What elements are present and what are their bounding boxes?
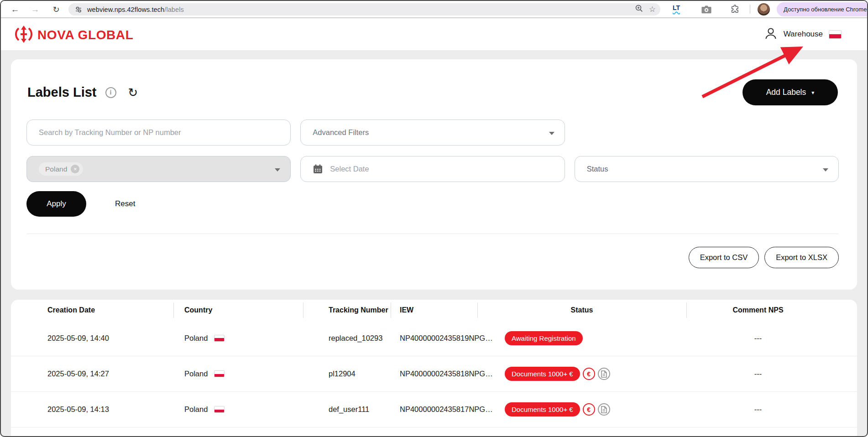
export-csv-button[interactable]: Export to CSV bbox=[689, 247, 759, 268]
cell-tracking-number: replaced_10293 bbox=[303, 334, 391, 343]
remove-chip-icon[interactable]: × bbox=[71, 165, 79, 173]
chevron-down-icon bbox=[549, 132, 554, 135]
section-divider bbox=[26, 234, 839, 234]
col-header-status: Status bbox=[477, 300, 686, 321]
profile-avatar[interactable] bbox=[758, 3, 770, 16]
customs-document-icon[interactable] bbox=[598, 368, 610, 380]
date-picker-field[interactable]: Select Date bbox=[300, 156, 565, 182]
cell-status: Awaiting Registration bbox=[477, 331, 686, 345]
status-badge: Documents 1000+ € bbox=[505, 367, 580, 381]
forward-icon[interactable]: → bbox=[28, 3, 42, 16]
advanced-filters-select[interactable]: Advanced Filters bbox=[300, 120, 565, 146]
cell-creation-date: 2025-05-09, 14:13 bbox=[37, 405, 173, 414]
poland-flag-icon bbox=[214, 335, 225, 342]
col-header-comment-nps: Comment NPS bbox=[686, 300, 830, 321]
languagetool-extension-icon[interactable]: LT bbox=[673, 4, 680, 11]
status-badge: Documents 1000+ € bbox=[505, 402, 580, 416]
extensions-puzzle-icon[interactable] bbox=[730, 5, 740, 16]
add-labels-button[interactable]: Add Labels ▾ bbox=[743, 79, 838, 105]
site-settings-icon[interactable] bbox=[74, 5, 83, 14]
country-chip: Poland × bbox=[39, 162, 83, 176]
url-text: webview.nps.42flows.tech/labels bbox=[87, 6, 184, 13]
user-icon bbox=[764, 26, 778, 42]
customs-document-icon[interactable] bbox=[598, 403, 610, 416]
screenshot-frame: ← → ↻ webview.nps.42flows.tech/labels bbox=[0, 0, 868, 437]
page-content: Labels List i ↻ Add Labels ▾ Advanced Fi… bbox=[1, 50, 867, 437]
col-header-iew: IEW bbox=[391, 300, 477, 321]
chevron-down-icon bbox=[275, 168, 280, 172]
apply-button[interactable]: Apply bbox=[26, 191, 86, 217]
chevron-down-icon: ▾ bbox=[811, 89, 814, 96]
poland-flag-icon bbox=[214, 406, 225, 413]
table-row[interactable]: 2025-05-09, 14:40 Poland replaced_10293 … bbox=[11, 321, 857, 356]
search-field[interactable] bbox=[26, 120, 291, 146]
cell-status: Documents 1000+ € € bbox=[477, 367, 686, 381]
cell-comment-nps: --- bbox=[686, 405, 830, 414]
calendar-icon bbox=[313, 164, 323, 174]
advanced-filters-label: Advanced Filters bbox=[313, 128, 369, 137]
reload-icon[interactable]: ↻ bbox=[49, 3, 63, 16]
table-row[interactable]: 2025-05-09, 14:27 Poland pl12904 NP40000… bbox=[11, 356, 857, 392]
cell-comment-nps: --- bbox=[686, 334, 830, 343]
cell-creation-date: 2025-05-09, 14:27 bbox=[37, 369, 173, 378]
toolbar-separator bbox=[750, 5, 750, 14]
browser-toolbar: ← → ↻ webview.nps.42flows.tech/labels bbox=[1, 1, 867, 18]
col-header-tracking-number: Tracking Number bbox=[303, 300, 391, 321]
cell-iew: NP40000002435818NPG… bbox=[391, 369, 477, 378]
page-title: Labels List bbox=[27, 85, 97, 100]
table-header-row: Creation Date Country Tracking Number IE… bbox=[11, 300, 857, 321]
brand-logo[interactable]: NOVA GLOBAL bbox=[15, 25, 133, 46]
country-select[interactable]: Poland × bbox=[26, 156, 291, 182]
filters-card: Labels List i ↻ Add Labels ▾ Advanced Fi… bbox=[11, 59, 857, 290]
bookmark-star-icon[interactable]: ☆ bbox=[649, 5, 656, 14]
cell-country: Poland bbox=[173, 369, 303, 378]
cell-iew: NP40000002435819NPG… bbox=[391, 334, 477, 343]
table-row[interactable]: 2025-05-09, 14:13 Poland def_user111 NP4… bbox=[11, 392, 857, 427]
info-icon[interactable]: i bbox=[105, 87, 116, 98]
status-select[interactable]: Status bbox=[575, 156, 839, 182]
chevron-down-icon bbox=[823, 168, 828, 172]
brand-name: NOVA GLOBAL bbox=[37, 28, 133, 42]
cell-country: Poland bbox=[173, 334, 303, 343]
cell-tracking-number: pl12904 bbox=[303, 369, 391, 378]
cell-comment-nps: --- bbox=[686, 369, 830, 378]
euro-indicator-icon[interactable]: € bbox=[583, 403, 595, 416]
refresh-icon[interactable]: ↻ bbox=[128, 87, 138, 99]
export-xlsx-button[interactable]: Export to XLSX bbox=[764, 247, 839, 268]
euro-indicator-icon[interactable]: € bbox=[583, 368, 595, 380]
chrome-update-label: Доступно обновление Chrome bbox=[784, 6, 867, 13]
reset-button[interactable]: Reset bbox=[115, 199, 135, 208]
labels-table: Creation Date Country Tracking Number IE… bbox=[11, 300, 857, 437]
poland-flag-icon bbox=[214, 370, 225, 377]
chrome-update-chip[interactable]: Доступно обновление Chrome ⋮ bbox=[777, 2, 867, 16]
address-bar[interactable]: webview.nps.42flows.tech/labels ☆ bbox=[68, 3, 660, 16]
col-header-creation-date: Creation Date bbox=[37, 300, 173, 321]
zoom-icon[interactable] bbox=[635, 4, 643, 15]
screenshot-extension-icon[interactable] bbox=[701, 5, 711, 16]
account-label[interactable]: Warehouse bbox=[784, 30, 823, 39]
brand-logo-icon bbox=[15, 25, 33, 46]
back-icon[interactable]: ← bbox=[8, 3, 22, 16]
account-area[interactable]: Warehouse bbox=[764, 26, 842, 42]
cell-country: Poland bbox=[173, 405, 303, 414]
status-badge: Awaiting Registration bbox=[505, 331, 583, 345]
cell-tracking-number: def_user111 bbox=[303, 405, 391, 414]
cell-iew: NP40000002435817NPG… bbox=[391, 405, 477, 414]
poland-flag-icon bbox=[829, 30, 842, 39]
search-input[interactable] bbox=[39, 128, 270, 137]
col-header-country: Country bbox=[173, 300, 303, 321]
cell-creation-date: 2025-05-09, 14:40 bbox=[37, 334, 173, 343]
site-header: NOVA GLOBAL Warehouse bbox=[1, 18, 867, 50]
date-placeholder: Select Date bbox=[330, 165, 369, 173]
cell-status: Documents 1000+ € € bbox=[477, 402, 686, 416]
status-placeholder: Status bbox=[587, 165, 608, 173]
